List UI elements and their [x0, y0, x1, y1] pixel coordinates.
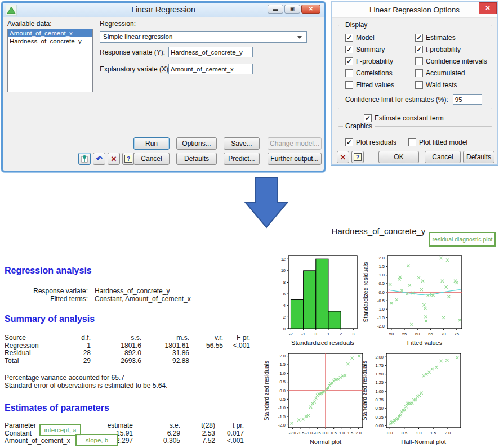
help-icon[interactable]: ?	[351, 151, 364, 163]
cancel-button[interactable]: Cancel	[425, 151, 461, 163]
undo-icon[interactable]: ↶	[93, 153, 105, 165]
save-button[interactable]: Save...	[224, 137, 260, 150]
checkbox-label: Estimates	[426, 34, 456, 42]
svg-text:1.50: 1.50	[375, 371, 384, 377]
svg-text:0.5: 0.5	[331, 431, 336, 436]
checkbox-estimates[interactable]: ✓Estimates	[415, 33, 487, 42]
svg-text:0.5: 0.5	[280, 379, 286, 384]
window-controls: ▬ ▣ ✕	[268, 5, 320, 14]
histogram-plot: -2-10123024681012Standardized residuals	[267, 251, 363, 350]
svg-text:2: 2	[340, 331, 342, 337]
run-button[interactable]: Run	[133, 137, 170, 150]
dialog-body: Available data: Amount_of_cement_xHardne…	[3, 17, 324, 171]
list-item[interactable]: Hardness_of_concrete_y	[8, 37, 92, 45]
table-row: Amount_of_cement_x2.2970.3057.52<.001	[5, 437, 244, 445]
change-model-button: Change model...	[268, 137, 322, 150]
checkbox-confidence-intervals[interactable]: Confidence intervals	[415, 57, 487, 65]
svg-text:-1.5: -1.5	[297, 431, 305, 436]
checkbox-icon[interactable]	[415, 81, 423, 89]
checkbox-estimate-constant-term[interactable]: ✓Estimate constant term	[364, 114, 444, 122]
checkbox-icon[interactable]	[345, 81, 353, 89]
defaults-button[interactable]: Defaults	[176, 153, 217, 165]
checkbox-icon[interactable]	[345, 69, 353, 77]
regression-type-dropdown[interactable]: Simple linear regression	[100, 31, 307, 43]
checkbox-icon[interactable]: ✓	[345, 46, 353, 53]
ok-button[interactable]: OK	[378, 151, 419, 163]
defaults-button[interactable]: Defaults	[463, 151, 494, 163]
svg-text:3: 3	[352, 331, 354, 337]
column-header: d.f.	[64, 334, 91, 342]
checkbox-model[interactable]: ✓Model	[345, 33, 415, 42]
checkbox-icon[interactable]: ✓	[415, 46, 423, 53]
checkbox-icon[interactable]	[415, 69, 423, 77]
svg-text:0.75: 0.75	[375, 397, 384, 402]
table-row: Residual28892.031.86	[5, 350, 250, 357]
graphics-checkbox-grid: ✓Plot residualsPlot fitted model	[345, 138, 467, 146]
close-icon[interactable]: ✕	[301, 5, 320, 14]
column-header: t(28)	[180, 422, 215, 430]
checkbox-t-probability[interactable]: ✓t-probability	[415, 45, 487, 53]
checkbox-fitted-values[interactable]: Fitted values	[345, 80, 415, 89]
checkbox-plot-residuals[interactable]: ✓Plot residuals	[345, 138, 408, 146]
down-arrow-icon	[244, 177, 288, 229]
maximize-icon[interactable]: ▣	[284, 5, 300, 14]
checkbox-label: t-probability	[426, 46, 461, 53]
response-variate-label: Response variate (Y):	[100, 48, 165, 56]
checkbox-icon[interactable]: ✓	[415, 34, 423, 42]
svg-text:-1.0: -1.0	[305, 431, 313, 436]
checkbox-label: Summary	[356, 46, 385, 53]
checkbox-summary[interactable]: ✓Summary	[345, 45, 415, 53]
further-output-button[interactable]: Further output...	[268, 153, 322, 165]
svg-text:2.0: 2.0	[280, 353, 286, 359]
help-icon[interactable]: ?	[122, 153, 135, 165]
svg-text:0.0: 0.0	[280, 388, 286, 393]
confidence-limit-input[interactable]	[453, 94, 482, 105]
checkbox-f-probability[interactable]: ✓F-probability	[345, 57, 415, 65]
explanatory-variate-input[interactable]	[168, 64, 253, 74]
summary-of-analysis-heading: Summary of analysis	[5, 314, 95, 324]
svg-text:0: 0	[315, 331, 317, 337]
checkbox-icon[interactable]: ✓	[345, 138, 353, 146]
options-button[interactable]: Options...	[176, 137, 217, 150]
checkbox-wald-tests[interactable]: Wald tests	[415, 80, 487, 89]
options-titlebar[interactable]: Linear Regression Options ✕	[332, 2, 497, 18]
close-icon[interactable]: ✕	[479, 2, 497, 14]
column-header: m.s.	[141, 334, 189, 342]
estimate-constant-row: ✓Estimate constant term	[364, 114, 444, 122]
svg-text:1.5: 1.5	[430, 431, 436, 436]
delete-icon[interactable]: ✕	[337, 151, 349, 163]
predict-button[interactable]: Predict...	[224, 153, 260, 165]
delete-icon[interactable]: ✕	[108, 153, 120, 165]
svg-text:0.0: 0.0	[323, 431, 328, 436]
table-row: Total292693.692.88	[5, 357, 250, 365]
minimize-icon[interactable]: ▬	[268, 5, 283, 14]
checkbox-plot-fitted-model[interactable]: Plot fitted model	[408, 138, 467, 146]
checkbox-label: Plot residuals	[356, 138, 396, 146]
options-dialog-title: Linear Regression Options	[332, 6, 497, 14]
checkbox-correlations[interactable]: Correlations	[345, 69, 415, 77]
checkbox-icon[interactable]: ✓	[345, 57, 353, 65]
available-data-list[interactable]: Amount_of_cement_xHardness_of_concrete_y	[7, 29, 93, 92]
checkbox-label: Estimate constant term	[375, 114, 444, 122]
column-header: F pr.	[223, 334, 250, 342]
svg-text:-1.5: -1.5	[377, 315, 385, 320]
cancel-button[interactable]: Cancel	[133, 153, 170, 165]
pin-icon[interactable]	[78, 153, 91, 165]
titlebar[interactable]: Linear Regression ▬ ▣ ✕	[3, 3, 324, 17]
checkbox-icon[interactable]: ✓	[345, 34, 353, 42]
checkbox-label: Model	[356, 34, 375, 42]
checkbox-icon[interactable]	[408, 138, 416, 146]
svg-text:-1.0: -1.0	[278, 405, 286, 410]
checkbox-accumulated[interactable]: Accumulated	[415, 69, 487, 77]
checkbox-icon[interactable]: ✓	[364, 114, 372, 122]
svg-text:0.0: 0.0	[387, 431, 393, 436]
checkbox-icon[interactable]	[415, 57, 423, 65]
response-variate-input[interactable]	[168, 47, 253, 57]
svg-text:-1.0: -1.0	[377, 307, 385, 312]
half-normal-plot: 0.00.51.01.52.00.000.250.500.751.001.251…	[362, 349, 466, 448]
column-header: Source	[5, 334, 64, 342]
list-item[interactable]: Amount_of_cement_x	[8, 29, 92, 37]
options-dialog-body: Display ✓Model✓Estimates✓Summary✓t-proba…	[332, 18, 497, 165]
svg-text:Standardized residuals: Standardized residuals	[362, 361, 368, 421]
svg-text:-0.5: -0.5	[314, 431, 321, 436]
